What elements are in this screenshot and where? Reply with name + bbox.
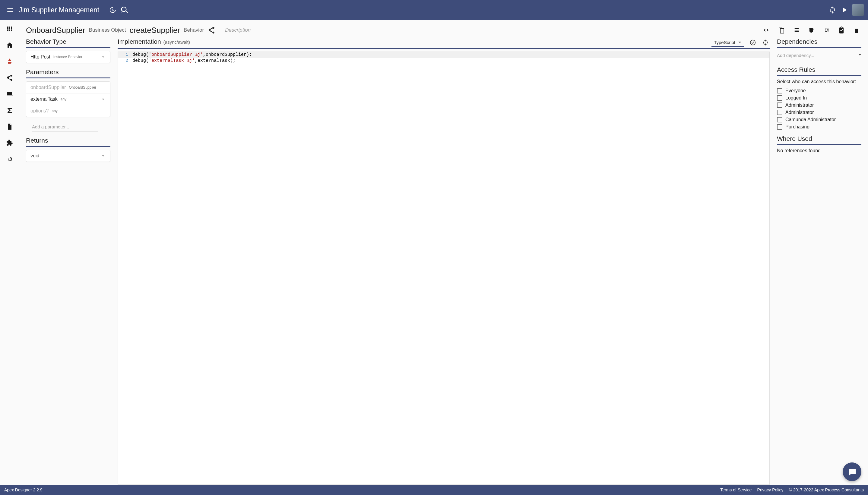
list-icon[interactable]: [791, 25, 801, 35]
param-name: onboardSupplier: [31, 85, 66, 90]
where-used-title: Where Used: [777, 135, 861, 145]
dependencies-title: Dependencies: [777, 38, 861, 48]
play-icon[interactable]: [838, 4, 851, 16]
returns-title: Returns: [26, 137, 111, 147]
page-header: OnboardSupplier Business Object createSu…: [26, 25, 861, 35]
refresh-icon[interactable]: [761, 38, 770, 47]
file-icon[interactable]: [5, 122, 14, 131]
behavior-type-value: Http Post: [31, 54, 50, 60]
checkbox-icon: [777, 117, 782, 122]
code-line: 1 debug('onboardSupplier %j',onboardSupp…: [118, 52, 769, 58]
checkbox-icon: [777, 102, 782, 108]
param-name: externalTask: [31, 97, 57, 102]
validate-icon[interactable]: [749, 38, 757, 47]
access-checkbox[interactable]: Administrator: [777, 102, 861, 108]
footer-copyright[interactable]: © 2017-2022 Apex Process Consultants: [789, 488, 864, 492]
avatar[interactable]: [852, 4, 864, 16]
add-parameter-input[interactable]: Add a parameter...: [32, 122, 98, 132]
chevron-down-icon: [100, 153, 106, 158]
access-checkbox[interactable]: Purchasing: [777, 124, 861, 130]
product-version: Apex Designer 2.2.9: [4, 488, 43, 492]
dropdown-arrow-icon: [858, 54, 861, 57]
behavior-type-title: Behavior Type: [26, 38, 111, 48]
laptop-icon[interactable]: [5, 90, 14, 98]
checkbox-icon: [777, 95, 782, 101]
implementation-title: Implementation (async/await): [118, 38, 190, 47]
home-icon[interactable]: [5, 41, 14, 49]
checkbox-icon: [777, 124, 782, 130]
svg-point-0: [750, 40, 755, 45]
sigma-icon[interactable]: [5, 106, 14, 115]
topbar: Jim Supplier Management: [0, 0, 868, 20]
access-checkbox[interactable]: Administrator: [777, 110, 861, 115]
chat-icon: [848, 467, 856, 476]
language-select[interactable]: TypeScript: [712, 39, 744, 47]
returns-value: void: [31, 153, 39, 158]
parameter-row[interactable]: options? any: [26, 105, 110, 117]
chevron-down-icon: [100, 97, 106, 102]
share-behavior-icon[interactable]: [207, 26, 215, 34]
business-object-label: Business Object: [89, 27, 126, 33]
footer-link-privacy[interactable]: Privacy Policy: [757, 488, 783, 492]
parameter-row[interactable]: onboardSupplier OnboardSupplier: [26, 82, 110, 93]
apps-icon[interactable]: [5, 25, 14, 33]
where-used-empty: No references found: [777, 148, 861, 153]
param-type: any: [52, 109, 57, 113]
clipboard-check-icon[interactable]: [837, 25, 846, 35]
behavior-name[interactable]: createSupplier: [129, 25, 180, 35]
access-checkbox[interactable]: Logged In: [777, 95, 861, 101]
param-name: options?: [31, 108, 49, 114]
extension-icon[interactable]: [5, 139, 14, 147]
code-line: 2 debug('externalTask %j',externalTask);: [118, 58, 769, 64]
behavior-type-card[interactable]: Http Post Instance Behavior: [26, 51, 111, 63]
access-checkbox[interactable]: Everyone: [777, 88, 861, 93]
parameters-title: Parameters: [26, 68, 111, 79]
copy-icon[interactable]: [776, 25, 786, 35]
access-rules-help: Select who can access this behavior:: [777, 79, 861, 84]
app-title: Jim Supplier Management: [19, 6, 99, 14]
code-editor[interactable]: 1 debug('onboardSupplier %j',onboardSupp…: [118, 52, 770, 485]
behavior-label: Behavior: [184, 27, 204, 33]
param-type: any: [61, 97, 66, 101]
access-checkbox[interactable]: Camunda Administrator: [777, 117, 861, 122]
search-icon[interactable]: [118, 4, 131, 16]
footer: Apex Designer 2.2.9 Terms of Service Pri…: [0, 485, 868, 495]
delete-icon[interactable]: [852, 25, 861, 35]
code-icon[interactable]: [761, 25, 771, 35]
share-icon[interactable]: [5, 73, 14, 82]
checkbox-icon: [777, 110, 782, 115]
implementation-mode: (async/await): [164, 39, 190, 45]
gear-header-icon[interactable]: [821, 25, 831, 35]
parameter-row[interactable]: externalTask any: [26, 93, 110, 105]
checkbox-icon: [777, 88, 782, 93]
sidebar: [0, 20, 19, 485]
chat-fab[interactable]: [843, 462, 861, 481]
history-icon[interactable]: [106, 4, 118, 16]
add-dependency-input[interactable]: Add dependency...: [777, 51, 861, 60]
shapes-icon[interactable]: [5, 57, 14, 66]
access-rules-title: Access Rules: [777, 66, 861, 76]
param-type: OnboardSupplier: [69, 85, 96, 89]
gear-icon[interactable]: [5, 155, 14, 164]
footer-link-tos[interactable]: Terms of Service: [720, 488, 752, 492]
chevron-down-icon: [100, 54, 106, 60]
sync-icon[interactable]: [827, 4, 838, 16]
business-object-name[interactable]: OnboardSupplier: [26, 25, 85, 35]
menu-icon[interactable]: [4, 4, 16, 16]
returns-card[interactable]: void: [26, 150, 111, 162]
parameters-card: onboardSupplier OnboardSupplier external…: [26, 81, 111, 117]
behavior-type-meta: Instance Behavior: [53, 55, 82, 59]
bug-icon[interactable]: [806, 25, 816, 35]
description-placeholder[interactable]: Description: [225, 27, 251, 33]
